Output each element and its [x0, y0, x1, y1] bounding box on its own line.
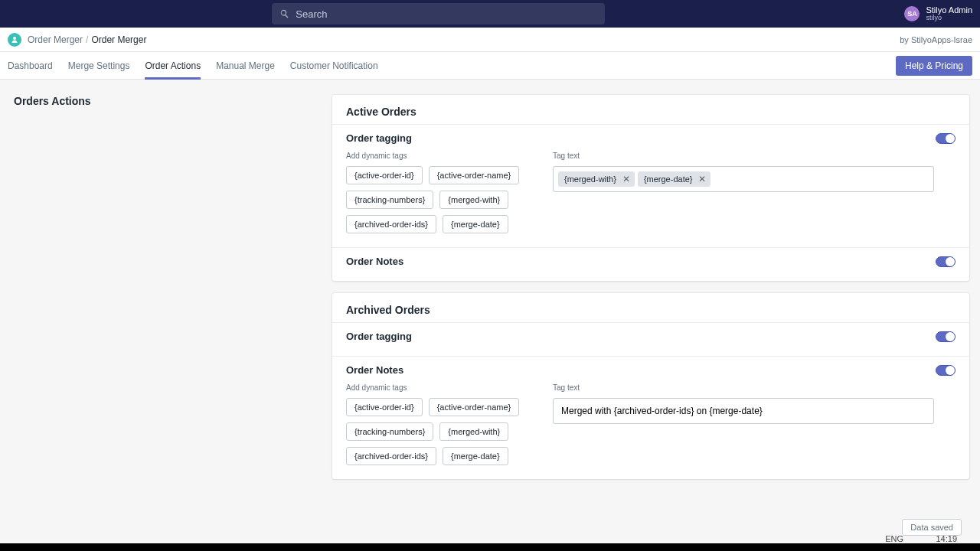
archived-order-notes-section: Order Notes Add dynamic tags {active-ord… [332, 356, 969, 479]
archived-order-tagging-title: Order tagging [346, 331, 412, 342]
help-pricing-button[interactable]: Help & Pricing [896, 56, 972, 76]
active-order-tagging-toggle[interactable] [936, 133, 956, 144]
breadcrumb-current: Order Merger [91, 34, 146, 45]
breadcrumb: Order Merger / Order Merger by StilyoApp… [0, 28, 980, 52]
chip-merged-with[interactable]: {merged-with} [439, 422, 508, 441]
chip-archived-order-ids[interactable]: {archived-order-ids} [346, 447, 436, 465]
chip-merge-date[interactable]: {merge-date} [443, 215, 508, 233]
archived-order-tagging-toggle[interactable] [936, 331, 956, 342]
archived-orders-card: Archived Orders Order tagging Order Note… [332, 293, 969, 479]
tab-manual-merge[interactable]: Manual Merge [216, 52, 275, 80]
chip-merged-with[interactable]: {merged-with} [439, 191, 508, 209]
remove-token-icon[interactable]: ✕ [697, 174, 707, 184]
user-menu[interactable]: SA Stilyo Admin stilyo [904, 5, 972, 22]
remove-token-icon[interactable]: ✕ [621, 174, 632, 184]
breadcrumb-app[interactable]: Order Merger [28, 34, 83, 45]
chip-tracking-numbers[interactable]: {tracking-numbers} [346, 422, 433, 441]
active-orders-heading: Active Orders [332, 95, 969, 124]
search-field[interactable] [272, 3, 605, 24]
avatar: SA [904, 6, 920, 21]
app-tabs: Dashboard Merge Settings Order Actions M… [0, 52, 980, 80]
chip-tracking-numbers[interactable]: {tracking-numbers} [346, 191, 433, 209]
active-order-notes-section: Order Notes [332, 247, 969, 281]
search-input[interactable] [296, 8, 597, 20]
tab-order-actions[interactable]: Order Actions [145, 52, 201, 80]
search-icon [279, 8, 289, 19]
top-bar: SA Stilyo Admin stilyo [0, 0, 980, 28]
chip-active-order-name[interactable]: {active-order-name} [429, 166, 520, 184]
chip-active-order-id[interactable]: {active-order-id} [346, 166, 423, 184]
tab-customer-notification[interactable]: Customer Notification [290, 52, 378, 80]
app-icon [8, 33, 21, 47]
tag-text-label: Tag text [553, 383, 956, 392]
chip-archived-order-ids[interactable]: {archived-order-ids} [346, 215, 436, 233]
add-dynamic-tags-label: Add dynamic tags [346, 383, 530, 392]
token-merged-with: {merged-with} ✕ [558, 171, 635, 187]
archived-notes-text-input[interactable] [553, 398, 934, 424]
archived-order-notes-title: Order Notes [346, 364, 403, 376]
by-author: by StilyoApps-Israe [900, 35, 972, 44]
archived-order-tagging-section: Order tagging [332, 322, 969, 356]
archived-orders-heading: Archived Orders [332, 293, 969, 322]
tag-text-label: Tag text [553, 152, 956, 160]
page-title: Orders Actions [14, 95, 317, 107]
active-order-notes-toggle[interactable] [936, 256, 956, 267]
active-tag-text-input[interactable]: {merged-with} ✕ {merge-date} ✕ [553, 166, 934, 192]
active-order-tagging-title: Order tagging [346, 132, 412, 144]
chip-merge-date[interactable]: {merge-date} [443, 447, 508, 465]
active-order-tagging-section: Order tagging Add dynamic tags {active-o… [332, 124, 969, 247]
add-dynamic-tags-label: Add dynamic tags [346, 152, 530, 160]
chip-active-order-name[interactable]: {active-order-name} [429, 398, 520, 416]
active-order-notes-title: Order Notes [346, 256, 403, 267]
archived-order-notes-toggle[interactable] [936, 365, 956, 376]
token-merge-date: {merge-date} ✕ [638, 171, 711, 187]
user-sub: stilyo [926, 15, 972, 22]
active-orders-card: Active Orders Order tagging Add dynamic … [332, 95, 969, 281]
tab-dashboard[interactable]: Dashboard [8, 52, 53, 80]
tab-merge-settings[interactable]: Merge Settings [68, 52, 130, 80]
chip-active-order-id[interactable]: {active-order-id} [346, 398, 423, 416]
